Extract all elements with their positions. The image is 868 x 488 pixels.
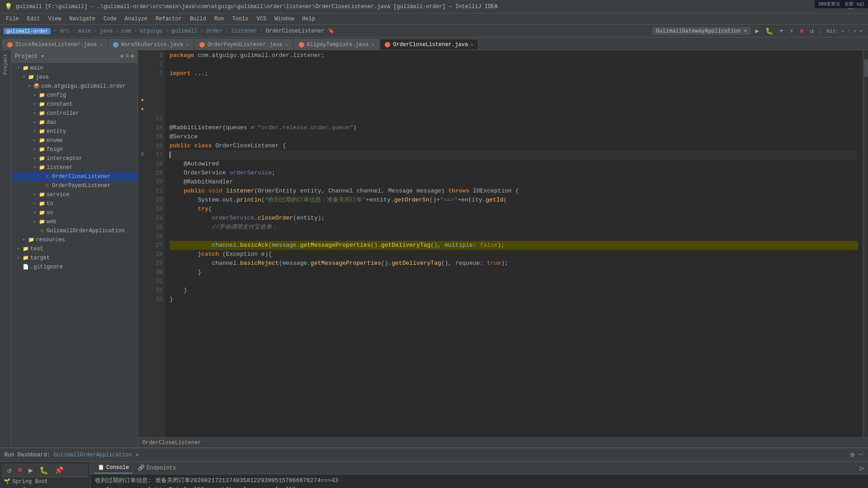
tab-close-WareSkuService[interactable]: ✕ (186, 42, 189, 47)
tree-item-OrderCloseListener[interactable]: C OrderCloseListener (11, 172, 137, 181)
project-badge[interactable]: gulimall-order (4, 28, 51, 34)
console-line-2: confirm...correlationData[null]==>ack[tr… (95, 485, 863, 488)
tree-item-gitignore[interactable]: 📄 .gitignore (11, 263, 137, 272)
tree-label-enume: enume (47, 136, 63, 145)
tab-close-StockReleaseListener[interactable]: ✕ (99, 42, 102, 47)
tree-item-feign[interactable]: ▸ 📁 feign (11, 145, 137, 154)
project-header-label: Project ▾ (15, 53, 44, 60)
breadcrumb-atguigu[interactable]: atguigu (140, 28, 162, 34)
menu-view[interactable]: View (45, 15, 65, 23)
settings-icon[interactable]: ⚙ (849, 450, 855, 460)
tab-close-OrderCloseListener[interactable]: ✕ (471, 42, 473, 47)
breadcrumb-java[interactable]: java (99, 28, 113, 34)
menu-navigate[interactable]: Navigate (66, 15, 99, 23)
code-editor[interactable]: ● ● @ (138, 50, 868, 437)
project-tree: ▾ 📁 main ▾ 📁 java ▾ 📦 com.atguigu.gulima… (11, 63, 137, 447)
tab-OrderCloseListener[interactable]: OrderCloseListener.java ✕ (380, 39, 478, 50)
menu-vcs[interactable]: VCS (253, 15, 270, 23)
scroll-thumb[interactable] (864, 59, 868, 77)
java-class-icon: C (44, 173, 51, 180)
run-tab-console[interactable]: 📋 Console (94, 462, 132, 474)
tree-label-entity: entity (47, 127, 66, 136)
code-line-30: } (170, 268, 858, 277)
restart-icon[interactable]: ↺ (5, 465, 14, 476)
breadcrumb-main[interactable]: main (78, 28, 91, 34)
locate-file-button[interactable]: ⊕ (120, 53, 123, 60)
tree-item-package[interactable]: ▾ 📦 com.atguigu.gulimall.order (11, 82, 137, 91)
file-gitignore-icon: 📄 (22, 263, 29, 271)
tab-close-OrderPayedListener[interactable]: ✕ (285, 42, 288, 47)
menu-run[interactable]: Run (211, 15, 228, 23)
run-button[interactable]: ▶ (754, 26, 761, 36)
pin-icon[interactable]: 📌 (53, 465, 66, 476)
menu-refactor[interactable]: Refactor (152, 15, 185, 23)
run-app-name[interactable]: GulimallOrderApplication (54, 452, 132, 458)
tree-item-enume[interactable]: ▸ 📁 enume (11, 136, 137, 145)
tree-item-config[interactable]: ▸ 📁 config (11, 91, 137, 100)
collapse-all-button[interactable]: ≡ (126, 53, 129, 60)
debug-button[interactable]: 🐛 (764, 26, 775, 36)
menu-file[interactable]: File (2, 15, 23, 23)
menu-code[interactable]: Code (100, 15, 120, 23)
tab-close-AlipayTemplate[interactable]: ✕ (371, 42, 374, 47)
tab-WareSkuService[interactable]: WareSkuService.java ✕ (108, 39, 193, 50)
run-tab-endpoints[interactable]: 🔗 Endpoints (134, 463, 179, 473)
tree-item-entity[interactable]: ▸ 📁 entity (11, 127, 137, 136)
send-to-console-icon[interactable]: ▷ (860, 464, 864, 473)
tree-item-interceptor[interactable]: ▸ 📁 interceptor (11, 154, 137, 163)
run-tree-running[interactable]: ▸ ▶ Running (2, 486, 88, 488)
menu-build[interactable]: Build (186, 15, 210, 23)
project-tool-button[interactable]: Project (2, 52, 9, 76)
menu-analyze[interactable]: Analyze (121, 15, 151, 23)
tree-item-controller[interactable]: ▸ 📁 controller (11, 109, 137, 118)
run-close-tab[interactable]: ✕ (136, 451, 139, 458)
tree-item-GulimallOrderApplication[interactable]: C GulimallOrderApplication (11, 226, 137, 235)
minimize-panel-icon[interactable]: ─ (858, 450, 863, 460)
run-tree-spring-boot[interactable]: 🌱 Spring Boot (2, 477, 88, 486)
menu-edit[interactable]: Edit (24, 15, 44, 23)
tree-item-java[interactable]: ▾ 📁 java (11, 73, 137, 82)
breadcrumb-src[interactable]: src (60, 28, 70, 34)
bookmark-icon[interactable]: 🔖 (328, 28, 335, 34)
tree-item-service[interactable]: ▸ 📁 service (11, 190, 137, 199)
tree-item-web[interactable]: ▸ 📁 web (11, 217, 137, 226)
stop-button[interactable]: ■ (798, 27, 805, 36)
tree-item-target[interactable]: ▸ 📁 target (11, 253, 137, 263)
project-panel: Project ▾ ⊕ ≡ ⚙ ▾ 📁 main ▾ 📁 java (11, 50, 138, 447)
code-area[interactable]: package com.atguigu.gulimall.order.liste… (165, 50, 863, 437)
tree-item-main[interactable]: ▾ 📁 main (11, 64, 137, 73)
tree-item-dao[interactable]: ▸ 📁 dao (11, 118, 137, 127)
tree-item-resources[interactable]: ▸ 📁 resources (11, 235, 137, 244)
tab-AlipayTemplate[interactable]: AlipayTemplate.java ✕ (294, 39, 379, 50)
menu-help[interactable]: Help (298, 15, 319, 23)
tree-item-test[interactable]: ▸ 📁 test (11, 244, 137, 253)
tab-label-StockReleaseListener: StockReleaseListener.java (15, 42, 97, 48)
tree-label-web: web (47, 218, 57, 226)
stop-run-icon[interactable]: ■ (16, 465, 24, 475)
git-icon[interactable]: Git: ✓ ↑ ✓ ↶ (825, 27, 864, 35)
tree-item-to[interactable]: ▸ 📁 to (11, 199, 137, 208)
coverage-button[interactable]: ☂ (778, 26, 785, 36)
breadcrumb-listener[interactable]: listener (231, 28, 257, 34)
refresh-button[interactable]: ↺ (808, 26, 815, 36)
run-config-selector[interactable]: GulimallGatewayApplication ▾ (652, 27, 751, 35)
tree-item-vo[interactable]: ▸ 📁 vo (11, 208, 137, 217)
editor-scrollbar[interactable] (863, 50, 868, 437)
settings-button[interactable]: ⚙ (131, 53, 134, 60)
menu-tools[interactable]: Tools (229, 15, 252, 23)
menu-window[interactable]: Window (271, 15, 297, 23)
tree-item-listener[interactable]: ▾ 📁 listener (11, 163, 137, 172)
tab-icon-AlipayTemplate (299, 42, 304, 47)
tab-StockReleaseListener[interactable]: StockReleaseListener.java ✕ (2, 39, 107, 50)
breadcrumb-order[interactable]: order (206, 28, 222, 34)
breadcrumb-com[interactable]: com (121, 28, 131, 34)
tree-label-OrderCloseListener: OrderCloseListener (52, 173, 111, 181)
tree-item-constant[interactable]: ▸ 📁 constant (11, 100, 137, 109)
run-app-icon[interactable]: ▶ (27, 465, 35, 476)
breadcrumb-gulimall[interactable]: gulimall (171, 28, 198, 34)
debug-app-icon[interactable]: 🐛 (38, 465, 50, 476)
tab-OrderPayedListener[interactable]: OrderPayedListener.java ✕ (194, 39, 293, 50)
tree-item-OrderPayedListener[interactable]: C OrderPayedListener (11, 181, 137, 190)
profiler-button[interactable]: ⚡ (788, 26, 795, 36)
folder-constant-icon: 📁 (38, 101, 46, 108)
